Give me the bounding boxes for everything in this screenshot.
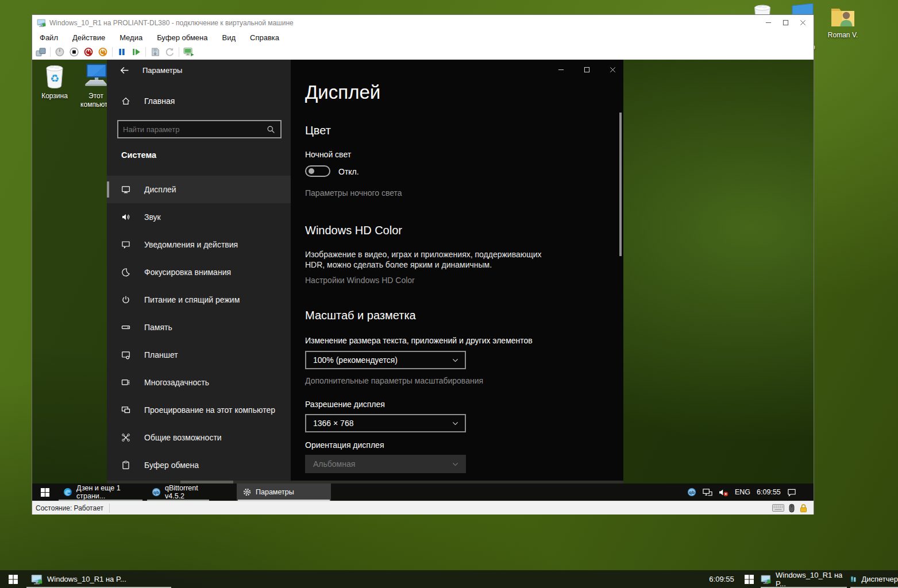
sidebar-item-label: Буфер обмена (144, 461, 199, 470)
back-arrow-icon[interactable] (120, 65, 129, 75)
sidebar-item-storage[interactable]: Память (107, 314, 291, 341)
vm-clock[interactable]: 6:09:55 (757, 488, 781, 496)
sidebar-item-label: Питание и спящий режим (144, 295, 240, 304)
sidebar-item-power[interactable]: Питание и спящий режим (107, 286, 291, 314)
sidebar-item-shared[interactable]: Общие возможности (107, 424, 291, 451)
user-folder-label: Roman V. (824, 31, 861, 40)
search-input[interactable] (118, 125, 267, 134)
host-start-button-2[interactable] (739, 570, 760, 588)
resolution-dropdown[interactable]: 1366 × 768 (305, 414, 466, 432)
tablet-icon (121, 350, 130, 359)
menu-help[interactable]: Справка (250, 33, 279, 42)
host-clock[interactable]: 6:09:55 (704, 570, 739, 588)
chevron-down-icon (452, 357, 459, 364)
host-taskbar-vm-button-2[interactable]: Windows_10_R1 на P... (761, 570, 847, 588)
scale-label: Изменение размера текста, приложений и д… (305, 336, 533, 345)
sidebar-item-label: Память (144, 323, 172, 332)
host-start-button[interactable] (0, 570, 26, 588)
sidebar-item-clipboard[interactable]: Буфер обмена (107, 451, 291, 479)
volume-muted-icon[interactable] (719, 488, 729, 497)
vm-taskbar-qbittorrent-button[interactable]: qb qBittorrent v4.5.2 (146, 483, 210, 501)
sidebar-item-sound[interactable]: Звук (107, 203, 291, 231)
hdr-settings-link[interactable]: Настройки Windows HD Color (305, 276, 415, 285)
gear-icon (242, 488, 252, 497)
vertical-scrollbar-thumb[interactable] (619, 113, 622, 256)
close-button[interactable] (794, 18, 811, 28)
turn-off-icon[interactable] (69, 47, 79, 57)
hdr-description-line1: Изображение в видео, играх и приложениях… (305, 250, 542, 259)
vm-guest-screen: ♻ Корзина Этот компьюте Параметры (32, 60, 814, 501)
vmconnect-toolbar (32, 45, 814, 60)
night-light-toggle[interactable] (305, 165, 330, 177)
qbittorrent-tray-icon[interactable]: qb (687, 488, 696, 497)
menu-media[interactable]: Медиа (120, 33, 142, 42)
menu-view[interactable]: Вид (222, 33, 236, 42)
running-indicator (147, 500, 209, 501)
resume-icon[interactable] (131, 47, 141, 57)
night-light-label: Ночной свет (305, 150, 351, 159)
vmconnect-menubar: Файл Действие Медиа Буфер обмена Вид Спр… (32, 30, 814, 45)
sidebar-group-heading: Система (121, 150, 156, 160)
action-center-icon[interactable] (787, 488, 796, 497)
shut-down-icon[interactable] (83, 47, 94, 57)
storage-icon (121, 323, 130, 332)
host-taskbar: Windows_10_R1 на P... 6:09:55 Windows_10… (0, 570, 898, 588)
task-manager-icon (850, 574, 857, 584)
maximize-button[interactable] (777, 18, 794, 28)
menu-action[interactable]: Действие (72, 33, 105, 42)
minimize-button[interactable] (760, 18, 777, 28)
pause-icon[interactable] (117, 47, 127, 57)
host-taskbar-vm-button[interactable]: Windows_10_R1 на P... (26, 570, 171, 588)
orientation-label: Ориентация дисплея (305, 440, 384, 450)
page-title: Дисплей (305, 82, 380, 103)
qbittorrent-icon: qb (152, 488, 161, 497)
sidebar-item-tablet[interactable]: Планшет (107, 341, 291, 369)
network-tray-icon[interactable] (703, 488, 712, 497)
vmconnect-statusbar: Состояние: Работает (32, 501, 814, 514)
revert-icon (164, 47, 175, 57)
sidebar-item-multitasking[interactable]: Многозадачность (107, 369, 291, 396)
language-indicator[interactable]: ENG (735, 488, 750, 496)
taskmgr-button-label: Диспетчер (861, 575, 898, 583)
search-icon[interactable] (267, 125, 275, 134)
running-indicator (238, 500, 330, 501)
night-light-settings-link[interactable]: Параметры ночного света (305, 188, 402, 198)
menu-file[interactable]: Файл (40, 33, 58, 42)
vm-recycle-bin[interactable]: ♻ Корзина (37, 62, 72, 115)
advanced-scaling-link[interactable]: Дополнительные параметры масштабирования (305, 376, 483, 385)
scale-dropdown[interactable]: 100% (рекомендуется) (305, 351, 466, 369)
sidebar-item-projecting[interactable]: Проецирование на этот компьютер (107, 396, 291, 424)
vmconnect-titlebar[interactable]: Windows_10_R1 на PROLIANT-DL380 - подклю… (32, 15, 814, 30)
resolution-dropdown-value: 1366 × 768 (313, 419, 353, 428)
toolbar-separator (50, 47, 51, 57)
windows-logo-icon (745, 575, 754, 584)
settings-maximize-button[interactable] (578, 64, 595, 75)
orientation-dropdown-value: Альбомная (313, 459, 355, 469)
statusbar-separator (109, 504, 110, 513)
ctrl-alt-del-icon[interactable] (36, 47, 46, 57)
sidebar-item-label: Планшет (144, 350, 178, 359)
vm-status-text: Состояние: Работает (36, 504, 103, 512)
enhanced-session-icon[interactable] (183, 47, 195, 57)
host-taskbar-taskmgr-button[interactable]: Диспетчер (850, 570, 898, 588)
vm-button-label: Windows_10_R1 на P... (47, 575, 126, 583)
settings-search-box[interactable] (117, 120, 282, 138)
vm-start-button[interactable] (32, 483, 57, 501)
sidebar-item-focus[interactable]: Фокусировка внимания (107, 258, 291, 286)
vm-taskbar-settings-button[interactable]: Параметры (237, 483, 331, 501)
sidebar-item-label: Дисплей (144, 185, 176, 194)
settings-minimize-button[interactable] (552, 64, 569, 75)
vm-taskbar-edge-button[interactable]: Дзен и еще 1 страни... (57, 483, 144, 501)
settings-close-button[interactable] (604, 64, 621, 75)
sidebar-item-notifications[interactable]: Уведомления и действия (107, 231, 291, 258)
sidebar-item-home[interactable]: Главная (107, 90, 291, 113)
sidebar-item-display[interactable]: Дисплей (107, 176, 291, 203)
qbittorrent-button-label: qBittorrent v4.5.2 (165, 484, 205, 500)
projecting-icon (121, 405, 130, 415)
settings-window: Параметры Главная Система ДисплейЗвукУве… (107, 60, 623, 483)
host-user-folder[interactable]: Roman V. (824, 3, 861, 45)
restart-icon[interactable] (98, 47, 108, 57)
menu-clipboard[interactable]: Буфер обмена (157, 33, 207, 42)
chevron-down-icon (452, 461, 459, 468)
toolbar-separator (179, 47, 179, 57)
